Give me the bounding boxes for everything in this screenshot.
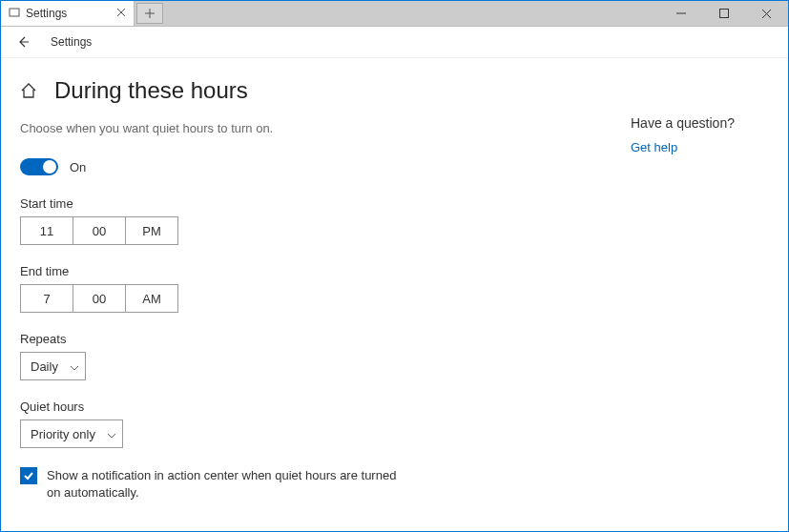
- get-help-link[interactable]: Get help: [631, 140, 763, 154]
- toggle-state-label: On: [70, 160, 86, 174]
- close-window-button[interactable]: [745, 1, 788, 27]
- notify-checkbox-row: Show a notification in action center whe…: [20, 467, 402, 501]
- page-title-row: During these hours: [20, 77, 592, 104]
- notify-checkbox-label: Show a notification in action center whe…: [47, 467, 402, 501]
- chevron-down-icon: [107, 427, 116, 441]
- quiet-hours-toggle[interactable]: [20, 158, 58, 175]
- maximize-button[interactable]: [702, 1, 745, 27]
- home-icon[interactable]: [20, 82, 37, 99]
- quiet-hours-mode-dropdown[interactable]: Priority only: [20, 419, 123, 448]
- end-time-label: End time: [20, 264, 592, 278]
- svg-rect-6: [719, 10, 728, 18]
- end-period[interactable]: AM: [125, 284, 178, 313]
- page-description: Choose when you want quiet hours to turn…: [20, 121, 592, 135]
- end-time-picker[interactable]: 7 00 AM: [20, 284, 592, 313]
- repeats-dropdown[interactable]: Daily: [20, 352, 86, 380]
- tab-settings[interactable]: Settings: [1, 1, 135, 26]
- repeats-value: Daily: [31, 359, 58, 374]
- breadcrumb: Settings: [51, 35, 92, 49]
- content-area: During these hours Choose when you want …: [1, 58, 788, 501]
- back-button[interactable]: [16, 35, 30, 49]
- start-time-section: Start time 11 00 PM: [20, 196, 592, 245]
- quiet-hours-toggle-row: On: [20, 158, 592, 175]
- quiet-hours-mode-section: Quiet hours Priority only: [20, 399, 592, 448]
- notify-checkbox[interactable]: [20, 467, 37, 484]
- start-time-picker[interactable]: 11 00 PM: [20, 216, 592, 245]
- repeats-label: Repeats: [20, 332, 592, 346]
- start-hour[interactable]: 11: [20, 216, 73, 245]
- start-minute[interactable]: 00: [73, 216, 126, 245]
- end-time-section: End time 7 00 AM: [20, 264, 592, 313]
- quiet-hours-mode-value: Priority only: [31, 427, 95, 441]
- titlebar: Settings: [1, 1, 788, 27]
- window-icon: [9, 7, 20, 21]
- main-panel: During these hours Choose when you want …: [20, 77, 592, 501]
- chevron-down-icon: [70, 359, 79, 374]
- close-tab-icon[interactable]: [116, 7, 126, 20]
- repeats-section: Repeats Daily: [20, 332, 592, 380]
- end-hour[interactable]: 7: [20, 284, 73, 313]
- header-nav: Settings: [1, 27, 788, 58]
- side-panel: Have a question? Get help: [631, 77, 763, 501]
- minimize-button[interactable]: [659, 1, 702, 27]
- start-period[interactable]: PM: [125, 216, 178, 245]
- side-heading: Have a question?: [631, 115, 763, 131]
- quiet-hours-mode-label: Quiet hours: [20, 399, 592, 414]
- new-tab-button[interactable]: [136, 3, 163, 24]
- tab-title: Settings: [26, 7, 67, 20]
- start-time-label: Start time: [20, 196, 592, 211]
- page-title: During these hours: [54, 77, 248, 104]
- window-controls: [659, 1, 788, 26]
- svg-rect-0: [10, 9, 19, 16]
- toggle-knob: [43, 160, 56, 174]
- end-minute[interactable]: 00: [73, 284, 126, 313]
